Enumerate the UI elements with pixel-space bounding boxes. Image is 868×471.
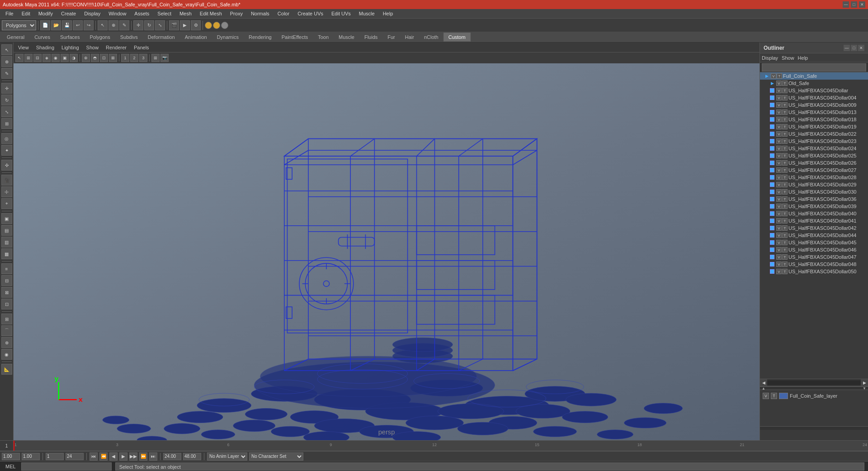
tree-t-btn-2[interactable]: T (782, 88, 788, 93)
vp-xray-joints-icon[interactable]: ⊠ (109, 54, 117, 62)
tree-v-btn-22[interactable]: V (776, 233, 782, 238)
tab-animation[interactable]: Animation (180, 33, 212, 42)
layer-ref-check[interactable]: T (771, 393, 777, 399)
tree-item-27[interactable]: VTUS_HalfFBXASC045Dollar050 (760, 268, 868, 275)
tree-v-btn-17[interactable]: V (776, 196, 782, 202)
play-next-key-btn[interactable]: ⏩ (139, 452, 147, 461)
outliner-close-btn[interactable]: ✕ (858, 45, 864, 51)
vp-wire-icon[interactable]: ◈ (42, 54, 51, 62)
tree-v-btn-24[interactable]: V (776, 247, 782, 252)
tree-item-4[interactable]: VTUS_HalfFBXASC045Dollar009 (760, 101, 868, 109)
new-scene-icon[interactable]: 📄 (40, 20, 50, 30)
universal-manip-icon[interactable]: ⊞ (1, 118, 12, 129)
tree-item-24[interactable]: VTUS_HalfFBXASC045Dollar046 (760, 246, 868, 253)
menu-muscle[interactable]: Muscle (355, 10, 378, 17)
tree-item-5[interactable]: VTUS_HalfFBXASC045Dollar013 (760, 109, 868, 116)
snap-view-icon[interactable]: ◉ (1, 349, 12, 360)
vp-grid-icon[interactable]: ⊟ (33, 54, 42, 62)
vp-camera-icon[interactable]: 📷 (160, 54, 169, 62)
tree-v-btn-18[interactable]: V (776, 204, 782, 209)
range-end-input[interactable] (66, 453, 84, 460)
menu-edit-uvs[interactable]: Edit UVs (328, 10, 354, 17)
mel-input[interactable] (21, 462, 112, 471)
tree-v-btn-5[interactable]: V (776, 109, 782, 115)
tree-v-btn-4[interactable]: V (776, 102, 782, 108)
tab-toon[interactable]: Toon (313, 33, 334, 42)
tree-t-btn-23[interactable]: T (782, 240, 788, 245)
hardware-render-icon[interactable]: ▤ (1, 225, 12, 236)
tab-dynamics[interactable]: Dynamics (212, 33, 244, 42)
tab-deformation[interactable]: Deformation (143, 33, 180, 42)
tab-custom[interactable]: Custom (443, 33, 471, 42)
tab-painteffects[interactable]: PaintEffects (277, 33, 313, 42)
tree-t-btn-1[interactable]: T (782, 81, 788, 86)
vp-menu-renderer[interactable]: Renderer (103, 44, 129, 51)
tree-item-14[interactable]: VTUS_HalfFBXASC045Dollar028 (760, 174, 868, 181)
vp-1-icon[interactable]: 1 (121, 54, 129, 62)
menu-proxy[interactable]: Proxy (226, 10, 246, 17)
ipr-render-icon[interactable]: ▶ (180, 20, 190, 30)
tree-v-btn-8[interactable]: V (776, 131, 782, 137)
tree-v-btn-16[interactable]: V (776, 189, 782, 195)
vp-menu-lighting[interactable]: Lighting (59, 44, 82, 51)
tree-v-btn-7[interactable]: V (776, 124, 782, 129)
character-set-select[interactable]: No Character Set (249, 452, 303, 461)
tree-item-20[interactable]: VTUS_HalfFBXASC045Dollar041 (760, 217, 868, 224)
menu-normals[interactable]: Normals (247, 10, 273, 17)
vp-grid-show-icon[interactable]: ⊞ (151, 54, 160, 62)
play-prev-key-btn[interactable]: ⏪ (99, 452, 108, 461)
batch-render-icon[interactable]: ▥ (1, 237, 12, 247)
tree-item-17[interactable]: VTUS_HalfFBXASC045Dollar036 (760, 195, 868, 203)
tree-t-btn-13[interactable]: T (782, 167, 788, 173)
play-forward-btn[interactable]: ▶ (119, 452, 127, 461)
scale-tool-icon[interactable]: ⤡ (155, 20, 165, 30)
tree-v-btn-27[interactable]: V (776, 269, 782, 274)
tree-v-btn-3[interactable]: V (776, 95, 782, 100)
tree-t-btn-0[interactable]: T (777, 73, 782, 79)
tree-t-btn-10[interactable]: T (782, 146, 788, 151)
layer-panel-scroll-up[interactable]: ▲ (762, 386, 765, 390)
tree-t-btn-8[interactable]: T (782, 131, 788, 137)
move-icon[interactable]: ✛ (1, 83, 12, 94)
extra-icon-2[interactable]: ⊠ (1, 287, 12, 298)
ipr-icon[interactable]: ▦ (1, 248, 12, 259)
tree-t-btn-5[interactable]: T (782, 109, 788, 115)
vp-menu-show[interactable]: Show (84, 44, 102, 51)
tree-t-btn-12[interactable]: T (782, 160, 788, 166)
layer-panel-scroll[interactable]: V T Full_Coin_Safe_layer (760, 390, 868, 426)
tree-item-22[interactable]: VTUS_HalfFBXASC045Dollar044 (760, 232, 868, 239)
outliner-search-input[interactable] (762, 63, 866, 71)
current-frame-input[interactable] (2, 453, 20, 460)
tree-item-1[interactable]: ▶VTOld_Safe (760, 80, 868, 87)
menu-create-uvs[interactable]: Create UVs (294, 10, 327, 17)
extra-icon-3[interactable]: ⊡ (1, 299, 12, 309)
menu-create[interactable]: Create (57, 10, 80, 17)
maximize-button[interactable]: □ (851, 1, 857, 8)
hscroll-track[interactable] (767, 381, 861, 385)
tree-item-0[interactable]: ▶VTFull_Coin_Safe (760, 72, 868, 80)
tab-ncloth[interactable]: nCloth (419, 33, 443, 42)
tree-v-btn-2[interactable]: V (776, 88, 782, 93)
uv-editor-icon[interactable]: 📐 (1, 364, 12, 375)
tab-surfaces[interactable]: Surfaces (55, 33, 85, 42)
tree-t-btn-15[interactable]: T (782, 182, 788, 187)
tree-t-btn-17[interactable]: T (782, 196, 788, 202)
step-back-btn[interactable]: ◀ (109, 452, 118, 461)
step-size-input[interactable] (22, 453, 40, 460)
outliner-minimize-btn[interactable]: — (844, 45, 850, 51)
camera-pan-icon[interactable]: ☩ (1, 186, 12, 197)
tree-item-21[interactable]: VTUS_HalfFBXASC045Dollar042 (760, 224, 868, 232)
snap-curve-icon[interactable]: ⌒ (1, 325, 12, 336)
menu-edit-mesh[interactable]: Edit Mesh (196, 10, 226, 17)
vp-menu-view[interactable]: View (15, 44, 32, 51)
outliner-tree[interactable]: ▶VTFull_Coin_Safe▶VTOld_SafeVTUS_HalfFBX… (760, 72, 868, 379)
sculpt-icon[interactable]: ✦ (1, 145, 12, 156)
mode-select[interactable]: Polygons (2, 20, 36, 30)
outliner-maximize-btn[interactable]: □ (851, 45, 857, 51)
lasso-tool-icon[interactable]: ⊕ (108, 20, 118, 30)
tree-t-btn-6[interactable]: T (782, 117, 788, 122)
close-button[interactable]: ✕ (859, 1, 865, 8)
menu-file[interactable]: File (2, 10, 17, 17)
soft-select-icon[interactable]: ◎ (1, 133, 12, 144)
tree-t-btn-26[interactable]: T (782, 262, 788, 267)
